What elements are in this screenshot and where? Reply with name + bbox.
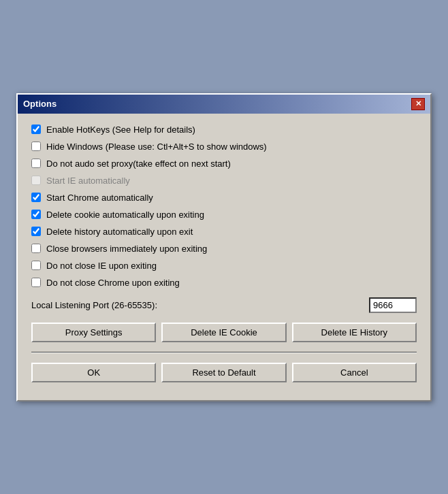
- checkbox-row-noCloseIE: Do not close IE upon exiting: [31, 261, 417, 271]
- checkbox-hotkeys[interactable]: [31, 125, 41, 134]
- port-input[interactable]: [369, 297, 417, 313]
- checkbox-row-hotkeys: Enable HotKeys (See Help for details): [31, 125, 417, 135]
- button-row-1: Proxy SettingsDelete IE CookieDelete IE …: [31, 323, 417, 342]
- checkbox-label-startChrome: Start Chrome automatically: [46, 193, 153, 203]
- checkboxes-container: Enable HotKeys (See Help for details)Hid…: [31, 125, 417, 288]
- checkbox-noCloseIE[interactable]: [31, 261, 41, 270]
- checkbox-label-noCloseChrome: Do not close Chrome upon exiting: [46, 278, 180, 288]
- ok-button[interactable]: OK: [31, 363, 156, 382]
- checkbox-label-startIE: Start IE automatically: [46, 176, 130, 186]
- resetDefault-button[interactable]: Reset to Default: [161, 363, 286, 382]
- cancel-button[interactable]: Cancel: [292, 363, 417, 382]
- title-bar: Options ✕: [18, 95, 430, 114]
- port-label: Local Listening Port (26-65535):: [31, 300, 157, 310]
- close-button[interactable]: ✕: [411, 98, 425, 110]
- checkbox-row-deleteHistory: Delete history automatically upon exit: [31, 227, 417, 237]
- checkbox-deleteCookie[interactable]: [31, 210, 41, 219]
- deleteIECookie-button[interactable]: Delete IE Cookie: [161, 323, 286, 342]
- checkbox-row-hideWindows: Hide Windows (Please use: Ctl+Alt+S to s…: [31, 142, 417, 152]
- port-row: Local Listening Port (26-65535):: [31, 297, 417, 313]
- checkbox-row-noAutoProxy: Do not audo set proxy(take effect on nex…: [31, 159, 417, 169]
- deleteIEHistory-button[interactable]: Delete IE History: [292, 323, 417, 342]
- dialog-title: Options: [23, 99, 57, 109]
- checkbox-label-hideWindows: Hide Windows (Please use: Ctl+Alt+S to s…: [46, 142, 267, 152]
- checkbox-row-startIE: Start IE automatically: [31, 176, 417, 186]
- divider: [31, 352, 417, 353]
- proxySettings-button[interactable]: Proxy Settings: [31, 323, 156, 342]
- checkbox-label-deleteCookie: Delete cookie automatically upon exiting: [46, 210, 204, 220]
- checkbox-row-startChrome: Start Chrome automatically: [31, 193, 417, 203]
- checkbox-row-noCloseChrome: Do not close Chrome upon exiting: [31, 278, 417, 288]
- checkbox-startIE: [31, 176, 41, 185]
- checkbox-label-closeBrowsers: Close browsers immediately upon exiting: [46, 244, 207, 254]
- checkbox-deleteHistory[interactable]: [31, 227, 41, 236]
- checkbox-startChrome[interactable]: [31, 193, 41, 202]
- checkbox-row-closeBrowsers: Close browsers immediately upon exiting: [31, 244, 417, 254]
- checkbox-closeBrowsers[interactable]: [31, 244, 41, 253]
- checkbox-noAutoProxy[interactable]: [31, 159, 41, 168]
- dialog-content: Enable HotKeys (See Help for details)Hid…: [18, 114, 430, 400]
- options-dialog: Options ✕ Enable HotKeys (See Help for d…: [16, 93, 432, 401]
- checkbox-label-hotkeys: Enable HotKeys (See Help for details): [46, 125, 195, 135]
- checkbox-label-deleteHistory: Delete history automatically upon exit: [46, 227, 193, 237]
- checkbox-hideWindows[interactable]: [31, 142, 41, 151]
- checkbox-label-noCloseIE: Do not close IE upon exiting: [46, 261, 157, 271]
- button-row-2: OKReset to DefaultCancel: [31, 363, 417, 382]
- checkbox-noCloseChrome[interactable]: [31, 278, 41, 287]
- checkbox-row-deleteCookie: Delete cookie automatically upon exiting: [31, 210, 417, 220]
- checkbox-label-noAutoProxy: Do not audo set proxy(take effect on nex…: [46, 159, 231, 169]
